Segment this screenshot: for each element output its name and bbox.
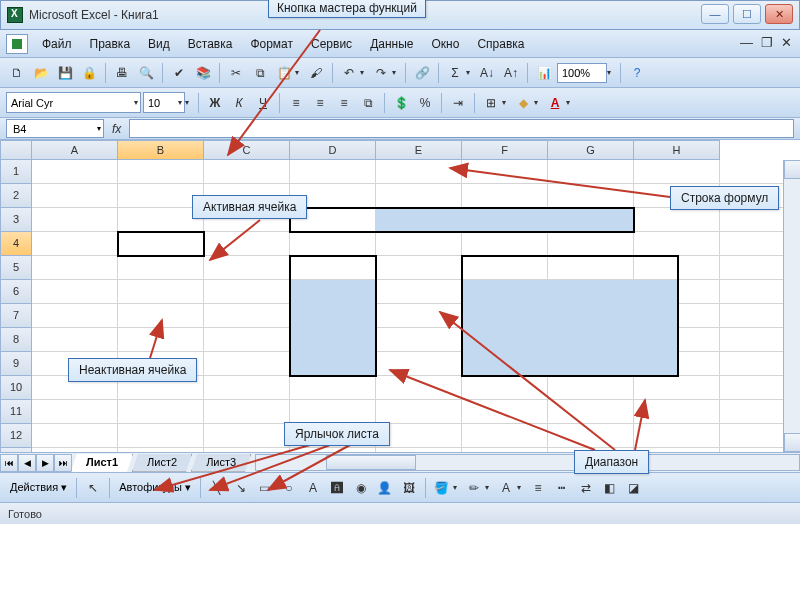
3d-icon[interactable]: ◪ — [623, 477, 645, 499]
cell[interactable] — [118, 400, 204, 424]
cell[interactable] — [376, 352, 462, 376]
cell[interactable] — [634, 400, 720, 424]
font-combo[interactable]: Arial Cyr▾ — [6, 92, 141, 113]
help-icon[interactable]: ? — [626, 62, 648, 84]
cell[interactable] — [548, 232, 634, 256]
cell[interactable] — [204, 400, 290, 424]
col-header-h[interactable]: H — [634, 140, 720, 160]
menu-insert[interactable]: Вставка — [180, 34, 241, 54]
cell[interactable] — [118, 424, 204, 448]
hyperlink-icon[interactable]: 🔗 — [411, 62, 433, 84]
draw-actions-menu[interactable]: Действия ▾ — [6, 479, 71, 496]
cell[interactable] — [462, 424, 548, 448]
cell[interactable] — [204, 376, 290, 400]
row-header[interactable]: 10 — [0, 376, 32, 400]
menu-data[interactable]: Данные — [362, 34, 421, 54]
cell[interactable] — [204, 352, 290, 376]
cell[interactable] — [204, 256, 290, 280]
row-header[interactable]: 1 — [0, 160, 32, 184]
fillcolor-icon[interactable]: 🪣 — [431, 477, 453, 499]
merge-icon[interactable]: ⧉ — [357, 92, 379, 114]
tab-next-button[interactable]: ▶ — [36, 454, 54, 472]
cell[interactable] — [634, 256, 720, 280]
row-header[interactable]: 11 — [0, 400, 32, 424]
cell[interactable] — [290, 256, 376, 280]
horizontal-scrollbar[interactable] — [255, 454, 800, 471]
cell[interactable] — [204, 160, 290, 184]
row-header[interactable]: 2 — [0, 184, 32, 208]
cell[interactable] — [376, 160, 462, 184]
tab-first-button[interactable]: ⏮ — [0, 454, 18, 472]
font-size-combo[interactable]: 10▾ — [143, 92, 185, 113]
underline-button[interactable]: Ч — [252, 92, 274, 114]
wordart-icon[interactable]: 🅰 — [326, 477, 348, 499]
menu-help[interactable]: Справка — [469, 34, 532, 54]
align-center-icon[interactable]: ≡ — [309, 92, 331, 114]
cell[interactable] — [204, 304, 290, 328]
cell[interactable] — [32, 184, 118, 208]
open-icon[interactable]: 📂 — [30, 62, 52, 84]
row-header[interactable]: 9 — [0, 352, 32, 376]
textbox-icon[interactable]: A — [302, 477, 324, 499]
cell[interactable] — [118, 328, 204, 352]
cell[interactable] — [118, 232, 204, 256]
menu-tools[interactable]: Сервис — [303, 34, 360, 54]
cell[interactable] — [32, 232, 118, 256]
fontcolor2-icon[interactable]: A — [495, 477, 517, 499]
document-icon[interactable] — [6, 34, 28, 54]
tab-last-button[interactable]: ⏭ — [54, 454, 72, 472]
font-color-icon[interactable]: A — [544, 92, 566, 114]
dash-icon[interactable]: ┅ — [551, 477, 573, 499]
italic-button[interactable]: К — [228, 92, 250, 114]
research-icon[interactable]: 📚 — [192, 62, 214, 84]
menu-file[interactable]: Файл — [34, 34, 80, 54]
currency-icon[interactable]: 💲 — [390, 92, 412, 114]
cell[interactable] — [548, 400, 634, 424]
row-header[interactable]: 6 — [0, 280, 32, 304]
row-header[interactable]: 3 — [0, 208, 32, 232]
cell[interactable] — [376, 256, 462, 280]
cell[interactable] — [376, 232, 462, 256]
autosum-icon[interactable]: Σ — [444, 62, 466, 84]
redo-icon[interactable]: ↷ — [370, 62, 392, 84]
col-header-c[interactable]: C — [204, 140, 290, 160]
select-arrow-icon[interactable]: ↖ — [82, 477, 104, 499]
cell[interactable] — [462, 400, 548, 424]
cell[interactable] — [376, 400, 462, 424]
menu-window[interactable]: Окно — [423, 34, 467, 54]
copy-icon[interactable]: ⧉ — [249, 62, 271, 84]
menu-view[interactable]: Вид — [140, 34, 178, 54]
cell[interactable] — [32, 160, 118, 184]
cell[interactable] — [204, 280, 290, 304]
linecolor-icon[interactable]: ✏ — [463, 477, 485, 499]
spellcheck-icon[interactable]: ✔ — [168, 62, 190, 84]
row-header[interactable]: 4 — [0, 232, 32, 256]
oval-icon[interactable]: ○ — [278, 477, 300, 499]
autoshapes-menu[interactable]: Автофигуры ▾ — [115, 479, 195, 496]
chart-icon[interactable]: 📊 — [533, 62, 555, 84]
cell[interactable] — [634, 208, 720, 232]
line-icon[interactable]: ╲ — [206, 477, 228, 499]
align-left-icon[interactable]: ≡ — [285, 92, 307, 114]
cell[interactable] — [634, 424, 720, 448]
doc-restore-button[interactable]: ❐ — [761, 35, 773, 50]
arrowstyle-icon[interactable]: ⇄ — [575, 477, 597, 499]
col-header-g[interactable]: G — [548, 140, 634, 160]
cell[interactable] — [32, 304, 118, 328]
cell[interactable] — [462, 232, 548, 256]
sheet-tab-1[interactable]: Лист1 — [71, 454, 133, 472]
formula-bar[interactable] — [129, 119, 794, 138]
preview-icon[interactable]: 🔍 — [135, 62, 157, 84]
cell[interactable] — [548, 256, 634, 280]
cut-icon[interactable]: ✂ — [225, 62, 247, 84]
col-header-e[interactable]: E — [376, 140, 462, 160]
cell[interactable] — [32, 280, 118, 304]
new-icon[interactable]: 🗋 — [6, 62, 28, 84]
borders-icon[interactable]: ⊞ — [480, 92, 502, 114]
row-header[interactable]: 12 — [0, 424, 32, 448]
cell[interactable] — [32, 256, 118, 280]
minimize-button[interactable]: — — [701, 4, 729, 24]
cell[interactable] — [290, 160, 376, 184]
cell[interactable] — [290, 232, 376, 256]
align-right-icon[interactable]: ≡ — [333, 92, 355, 114]
